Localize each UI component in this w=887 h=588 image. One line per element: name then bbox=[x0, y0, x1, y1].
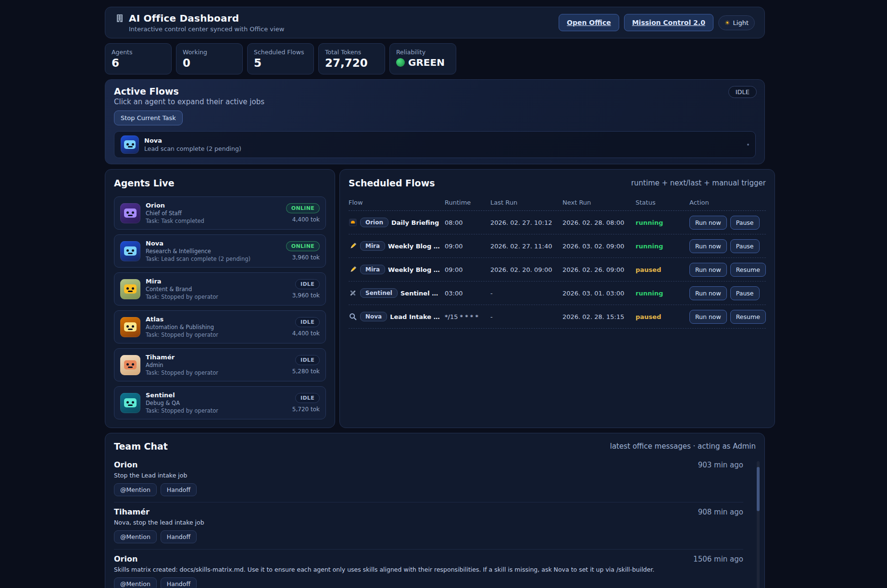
robot-face-icon bbox=[124, 322, 137, 331]
agent-task: Task: Stopped by operator bbox=[146, 331, 218, 338]
robot-face-icon bbox=[124, 208, 137, 218]
theme-toggle-button[interactable]: ☀ Light bbox=[718, 15, 755, 30]
resume-button[interactable]: Resume bbox=[730, 310, 766, 324]
message-author: Tihamér bbox=[114, 507, 150, 516]
agent-card-orion[interactable]: Orion Chief of Staff Task: Task complete… bbox=[114, 196, 326, 230]
scheduled-flows-note: runtime + next/last + manual trigger bbox=[631, 179, 766, 187]
agent-card-mira[interactable]: Mira Content & Brand Task: Stopped by op… bbox=[114, 272, 326, 306]
agent-name: Orion bbox=[146, 202, 204, 209]
run-now-button[interactable]: Run now bbox=[689, 310, 727, 324]
message-author: Orion bbox=[114, 460, 137, 469]
flow-last-run: 2026. 02. 27. 10:12 bbox=[490, 219, 562, 226]
flow-last-run: - bbox=[490, 290, 562, 297]
sun-icon: ☀ bbox=[725, 20, 730, 26]
agent-role: Content & Brand bbox=[146, 286, 218, 293]
run-now-button[interactable]: Run now bbox=[689, 263, 727, 277]
flow-agent-badge: Nova bbox=[360, 312, 387, 321]
flow-status: paused bbox=[636, 266, 689, 273]
pause-button[interactable]: Pause bbox=[730, 239, 760, 253]
handoff-button[interactable]: Handoff bbox=[161, 530, 197, 543]
agent-role: Research & Intelligence bbox=[146, 248, 250, 255]
run-now-button[interactable]: Run now bbox=[689, 239, 727, 253]
resume-button[interactable]: Resume bbox=[730, 263, 766, 277]
flow-table: Flow Runtime Last Run Next Run Status Ac… bbox=[349, 196, 766, 329]
mention-button[interactable]: @Mention bbox=[114, 483, 157, 496]
stat-value: GREEN bbox=[396, 57, 450, 68]
mention-button[interactable]: @Mention bbox=[114, 530, 157, 543]
scheduled-flows-title: Scheduled Flows bbox=[349, 178, 435, 188]
stats-row: Agents 6 Working 0 Scheduled Flows 5 Tot… bbox=[105, 43, 765, 74]
token-count: 4,400 tok bbox=[292, 330, 320, 337]
header: AI Office Dashboard Interactive control … bbox=[105, 7, 765, 38]
scheduled-flows-panel: Scheduled Flows runtime + next/last + ma… bbox=[339, 169, 775, 428]
flow-row-weekly-blog-draft-1: Mira Weekly Blog Draft 09:00 2026. 02. 2… bbox=[349, 234, 766, 258]
handoff-button[interactable]: Handoff bbox=[161, 483, 197, 496]
team-chat-note: latest office messages · acting as Admin bbox=[610, 442, 756, 451]
active-agent-name: Nova bbox=[144, 137, 241, 144]
main-columns: Agents Live Orion Chief of Staff Task: T… bbox=[105, 169, 765, 428]
flow-status: running bbox=[636, 290, 689, 297]
status-badge: ONLINE bbox=[286, 203, 320, 213]
flow-status: running bbox=[636, 243, 689, 250]
flow-next-run: 2026. 02. 28. 15:15 bbox=[562, 313, 636, 320]
pause-button[interactable]: Pause bbox=[730, 216, 760, 230]
building-icon bbox=[115, 13, 125, 23]
status-badge: IDLE bbox=[295, 279, 320, 289]
handoff-button[interactable]: Handoff bbox=[161, 577, 197, 588]
mention-button[interactable]: @Mention bbox=[114, 577, 157, 588]
flow-row-lead-intake-precheck: Nova Lead Intake Prech */15 * * * * - 20… bbox=[349, 305, 766, 329]
flow-next-run: 2026. 02. 28. 08:00 bbox=[562, 219, 636, 226]
column-header-next-run: Next Run bbox=[562, 199, 636, 206]
agent-card-nova[interactable]: Nova Research & Intelligence Task: Lead … bbox=[114, 234, 326, 268]
message-author: Orion bbox=[114, 554, 137, 564]
active-flows-title: Active Flows bbox=[114, 86, 756, 97]
pause-button[interactable]: Pause bbox=[730, 286, 760, 300]
status-badge: ONLINE bbox=[286, 241, 320, 251]
column-header-flow: Flow bbox=[349, 199, 445, 206]
header-actions: Open Office Mission Control 2.0 ☀ Light bbox=[559, 14, 755, 31]
stat-card-reliability: Reliability GREEN bbox=[389, 43, 456, 74]
stat-label: Agents bbox=[112, 49, 165, 56]
agent-card-atlas[interactable]: Atlas Automation & Publishing Task: Stop… bbox=[114, 310, 326, 343]
stat-value: 0 bbox=[183, 57, 236, 69]
stat-label: Scheduled Flows bbox=[254, 49, 307, 56]
stop-current-task-button[interactable]: Stop Current Task bbox=[114, 110, 183, 125]
stat-card-total-tokens: Total Tokens 27,720 bbox=[318, 43, 385, 74]
flow-name: Weekly Blog Draft bbox=[388, 266, 441, 273]
agent-role: Automation & Publishing bbox=[146, 324, 218, 331]
agent-name: Tihamér bbox=[146, 354, 218, 361]
flow-status: running bbox=[636, 219, 689, 226]
token-count: 4,400 tok bbox=[292, 216, 320, 223]
active-agent-row[interactable]: Nova Lead scan complete (2 pending) bbox=[114, 131, 756, 158]
chat-scrollbar[interactable] bbox=[757, 461, 760, 588]
column-header-action: Action bbox=[689, 199, 766, 206]
agent-card-tihamer[interactable]: Tihamér Admin Task: Stopped by operator … bbox=[114, 348, 326, 381]
agent-card-sentinel[interactable]: Sentinel Debug & QA Task: Stopped by ope… bbox=[114, 386, 326, 419]
flow-table-header: Flow Runtime Last Run Next Run Status Ac… bbox=[349, 196, 766, 211]
flow-next-run: 2026. 02. 26. 09:00 bbox=[562, 266, 636, 273]
mission-control-button[interactable]: Mission Control 2.0 bbox=[624, 14, 713, 31]
agent-avatar bbox=[120, 203, 140, 223]
status-badge: IDLE bbox=[295, 355, 320, 365]
flow-agent-badge: Orion bbox=[360, 218, 388, 227]
run-now-button[interactable]: Run now bbox=[689, 216, 727, 230]
agent-task: Task: Task completed bbox=[146, 218, 204, 224]
agent-name: Atlas bbox=[146, 316, 218, 323]
active-flows-subtitle: Click an agent to expand their active jo… bbox=[114, 98, 756, 106]
flow-agent-badge: Mira bbox=[360, 265, 385, 274]
run-now-button[interactable]: Run now bbox=[689, 286, 727, 300]
agents-live-panel: Agents Live Orion Chief of Staff Task: T… bbox=[105, 169, 335, 428]
open-office-button[interactable]: Open Office bbox=[559, 14, 619, 31]
reliability-value: GREEN bbox=[408, 57, 445, 68]
flow-agent-badge: Sentinel bbox=[360, 288, 398, 298]
stat-label: Total Tokens bbox=[325, 49, 378, 56]
status-badge: IDLE bbox=[295, 317, 320, 327]
stat-card-agents: Agents 6 bbox=[105, 43, 172, 74]
robot-face-icon bbox=[124, 140, 136, 149]
flow-runtime: 03:00 bbox=[445, 290, 490, 297]
flow-row-sentinel-debug: Sentinel Sentinel Debug 03:00 - 2026. 03… bbox=[349, 282, 766, 305]
agent-list: Orion Chief of Staff Task: Task complete… bbox=[114, 196, 326, 419]
flow-runtime: 08:00 bbox=[445, 219, 490, 226]
chat-scrollbar-thumb[interactable] bbox=[757, 467, 760, 511]
active-flows-panel: IDLE Active Flows Click an agent to expa… bbox=[105, 79, 765, 164]
